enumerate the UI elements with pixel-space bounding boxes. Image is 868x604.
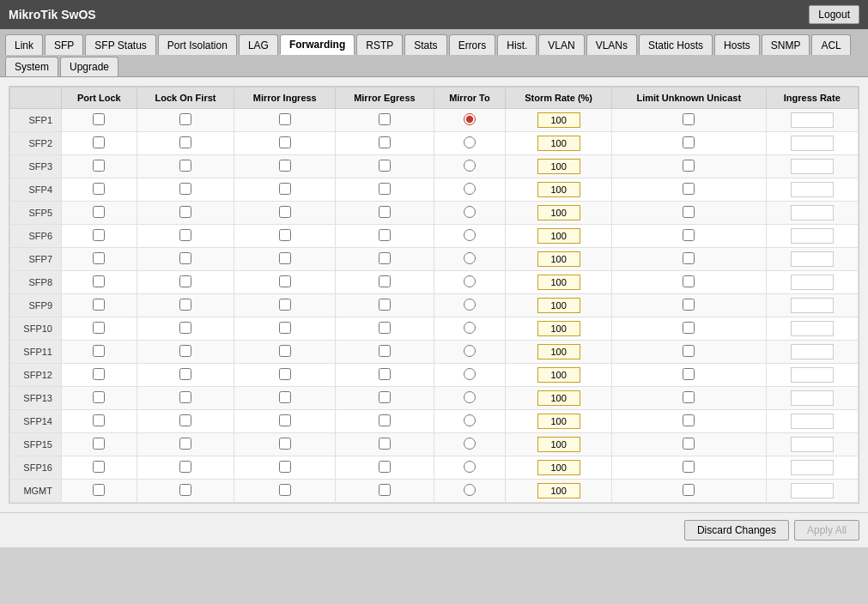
ingress-rate-input[interactable]	[791, 414, 834, 429]
storm-rate-input[interactable]	[537, 483, 580, 498]
port-lock-checkbox[interactable]	[93, 206, 105, 218]
lock-on-first-checkbox[interactable]	[179, 206, 191, 218]
mirror-to-radio[interactable]	[464, 160, 476, 172]
mirror-to-radio[interactable]	[464, 438, 476, 450]
ingress-rate-input[interactable]	[791, 182, 834, 197]
limit-unknown-checkbox[interactable]	[683, 299, 695, 311]
tab-link[interactable]: Link	[5, 34, 43, 55]
mirror-to-radio[interactable]	[464, 252, 476, 264]
mirror-ingress-checkbox[interactable]	[279, 438, 291, 450]
tab-system[interactable]: System	[5, 57, 58, 76]
lock-on-first-checkbox[interactable]	[179, 345, 191, 357]
mirror-to-radio[interactable]	[464, 136, 476, 148]
mirror-egress-checkbox[interactable]	[379, 322, 391, 334]
tab-sfp-status[interactable]: SFP Status	[85, 34, 155, 55]
port-lock-checkbox[interactable]	[93, 391, 105, 403]
lock-on-first-checkbox[interactable]	[179, 252, 191, 264]
lock-on-first-checkbox[interactable]	[179, 484, 191, 496]
apply-button[interactable]: Apply All	[794, 520, 859, 541]
limit-unknown-checkbox[interactable]	[683, 414, 695, 426]
storm-rate-input[interactable]	[537, 460, 580, 475]
storm-rate-input[interactable]	[537, 390, 580, 406]
mirror-to-radio[interactable]	[464, 322, 476, 334]
ingress-rate-input[interactable]	[791, 367, 834, 383]
storm-rate-input[interactable]	[537, 112, 580, 128]
mirror-ingress-checkbox[interactable]	[279, 275, 291, 287]
tab-hosts[interactable]: Hosts	[714, 34, 760, 55]
ingress-rate-input[interactable]	[791, 390, 834, 406]
port-lock-checkbox[interactable]	[93, 113, 105, 125]
mirror-egress-checkbox[interactable]	[379, 299, 391, 311]
limit-unknown-checkbox[interactable]	[683, 160, 695, 172]
limit-unknown-checkbox[interactable]	[683, 252, 695, 264]
mirror-egress-checkbox[interactable]	[379, 136, 391, 148]
tab-upgrade[interactable]: Upgrade	[60, 57, 118, 76]
ingress-rate-input[interactable]	[791, 228, 834, 244]
storm-rate-input[interactable]	[537, 159, 580, 174]
mirror-egress-checkbox[interactable]	[379, 206, 391, 218]
mirror-to-radio[interactable]	[464, 461, 476, 473]
mirror-egress-checkbox[interactable]	[379, 229, 391, 241]
limit-unknown-checkbox[interactable]	[683, 113, 695, 125]
ingress-rate-input[interactable]	[791, 251, 834, 267]
limit-unknown-checkbox[interactable]	[683, 345, 695, 357]
discard-button[interactable]: Discard Changes	[684, 520, 789, 541]
storm-rate-input[interactable]	[537, 344, 580, 359]
mirror-ingress-checkbox[interactable]	[279, 391, 291, 403]
lock-on-first-checkbox[interactable]	[179, 299, 191, 311]
port-lock-checkbox[interactable]	[93, 438, 105, 450]
mirror-ingress-checkbox[interactable]	[279, 345, 291, 357]
ingress-rate-input[interactable]	[791, 205, 834, 220]
port-lock-checkbox[interactable]	[93, 345, 105, 357]
mirror-ingress-checkbox[interactable]	[279, 252, 291, 264]
tab-lag[interactable]: LAG	[239, 34, 278, 55]
port-lock-checkbox[interactable]	[93, 252, 105, 264]
ingress-rate-input[interactable]	[791, 483, 834, 498]
mirror-egress-checkbox[interactable]	[379, 414, 391, 426]
storm-rate-input[interactable]	[537, 275, 580, 290]
mirror-ingress-checkbox[interactable]	[279, 206, 291, 218]
port-lock-checkbox[interactable]	[93, 183, 105, 195]
port-lock-checkbox[interactable]	[93, 299, 105, 311]
mirror-egress-checkbox[interactable]	[379, 345, 391, 357]
mirror-to-radio[interactable]	[464, 414, 476, 426]
mirror-to-radio[interactable]	[464, 183, 476, 195]
ingress-rate-input[interactable]	[791, 437, 834, 452]
mirror-to-radio[interactable]	[464, 345, 476, 357]
tab-rstp[interactable]: RSTP	[356, 34, 403, 55]
mirror-to-radio[interactable]	[464, 368, 476, 380]
mirror-ingress-checkbox[interactable]	[279, 461, 291, 473]
tab-static-hosts[interactable]: Static Hosts	[639, 34, 713, 55]
lock-on-first-checkbox[interactable]	[179, 461, 191, 473]
port-lock-checkbox[interactable]	[93, 368, 105, 380]
lock-on-first-checkbox[interactable]	[179, 391, 191, 403]
storm-rate-input[interactable]	[537, 367, 580, 383]
mirror-to-radio[interactable]	[464, 275, 476, 287]
mirror-ingress-checkbox[interactable]	[279, 484, 291, 496]
mirror-to-radio[interactable]	[464, 113, 476, 125]
tab-vlans[interactable]: VLANs	[586, 34, 637, 55]
lock-on-first-checkbox[interactable]	[179, 113, 191, 125]
tab-snmp[interactable]: SNMP	[762, 34, 810, 55]
mirror-egress-checkbox[interactable]	[379, 113, 391, 125]
ingress-rate-input[interactable]	[791, 136, 834, 151]
storm-rate-input[interactable]	[537, 205, 580, 220]
mirror-ingress-checkbox[interactable]	[279, 136, 291, 148]
storm-rate-input[interactable]	[537, 414, 580, 429]
mirror-egress-checkbox[interactable]	[379, 160, 391, 172]
mirror-ingress-checkbox[interactable]	[279, 322, 291, 334]
limit-unknown-checkbox[interactable]	[683, 461, 695, 473]
ingress-rate-input[interactable]	[791, 344, 834, 359]
mirror-ingress-checkbox[interactable]	[279, 299, 291, 311]
storm-rate-input[interactable]	[537, 228, 580, 244]
storm-rate-input[interactable]	[537, 298, 580, 313]
tab-port-isolation[interactable]: Port Isolation	[158, 34, 237, 55]
lock-on-first-checkbox[interactable]	[179, 136, 191, 148]
lock-on-first-checkbox[interactable]	[179, 160, 191, 172]
lock-on-first-checkbox[interactable]	[179, 438, 191, 450]
limit-unknown-checkbox[interactable]	[683, 136, 695, 148]
port-lock-checkbox[interactable]	[93, 322, 105, 334]
mirror-to-radio[interactable]	[464, 391, 476, 403]
tab-hist.[interactable]: Hist.	[497, 34, 537, 55]
port-lock-checkbox[interactable]	[93, 160, 105, 172]
